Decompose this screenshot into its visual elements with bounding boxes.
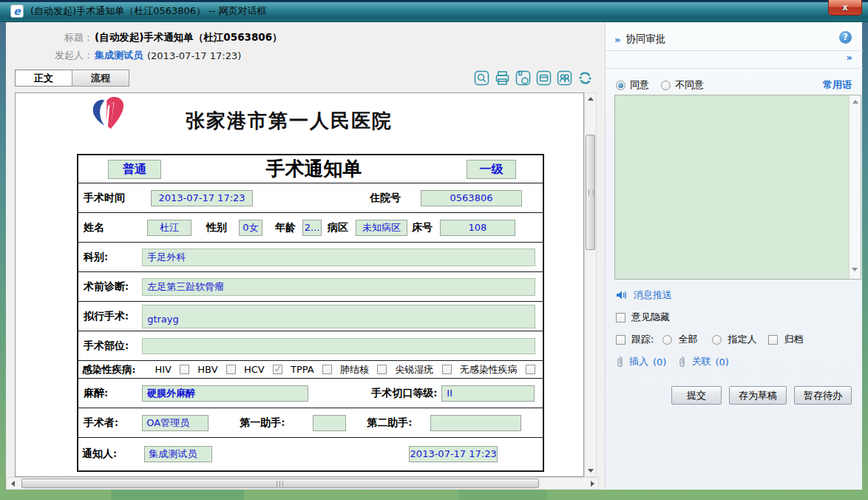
- track-assignee-label: 指定人: [728, 333, 756, 346]
- anesthesia-value[interactable]: 硬膜外麻醉: [142, 385, 308, 402]
- track-all-radio[interactable]: [662, 335, 672, 345]
- divider: [606, 68, 863, 69]
- sender-link[interactable]: 集成测试员: [95, 49, 143, 62]
- tab-body[interactable]: 正文: [15, 70, 72, 87]
- users-icon[interactable]: [557, 70, 572, 86]
- scroll-right-arrow[interactable]: [586, 478, 598, 489]
- hbv-checkbox[interactable]: [226, 365, 236, 374]
- print-icon[interactable]: [495, 70, 510, 86]
- form-row-anesthesia: 麻醉: 硬膜外麻醉 手术切口等级: II: [78, 379, 543, 408]
- bed-label: 床号: [412, 221, 433, 234]
- assistant1-value[interactable]: [313, 415, 346, 431]
- expand-chevron-icon[interactable]: »: [847, 52, 852, 63]
- help-icon[interactable]: ?: [839, 31, 852, 44]
- doc-title-value: (自动发起)手术通知单（杜江0563806）: [95, 31, 282, 44]
- name-label: 姓名: [84, 221, 104, 234]
- document-icon[interactable]: [536, 70, 552, 86]
- document-viewport[interactable]: 张家港市第一人民医院 普通 手术通知单 一级 手术时间 2013-07-17 1…: [15, 92, 584, 477]
- message-push-link[interactable]: 消息推送: [634, 288, 672, 302]
- admission-no-value[interactable]: 0563806: [421, 190, 522, 206]
- refresh-icon[interactable]: [577, 70, 593, 86]
- insert-link[interactable]: 插入: [629, 355, 648, 368]
- notifier-value[interactable]: 集成测试员: [144, 446, 212, 462]
- diagnosis-value[interactable]: 左足第三趾软骨瘤: [142, 278, 535, 296]
- tab-bar: 正文 流程: [15, 68, 596, 87]
- infection-item-label: HCV: [244, 364, 265, 375]
- tab-workflow[interactable]: 流程: [72, 70, 129, 87]
- tppa-checkbox[interactable]: [322, 365, 332, 374]
- chevron-right-icon: »: [614, 34, 620, 45]
- form-row-diagnosis: 术前诊断: 左足第三趾软骨瘤: [78, 272, 543, 302]
- site-value[interactable]: [142, 338, 535, 354]
- window-title: (自动发起)手术通知单（杜江0563806） -- 网页对话框: [30, 4, 267, 18]
- comment-textarea[interactable]: [615, 95, 849, 279]
- surgeon-value[interactable]: OA管理员: [142, 415, 208, 431]
- hold-pending-button[interactable]: 暂存待办: [794, 386, 852, 405]
- surgery-time-label: 手术时间: [84, 192, 125, 205]
- scroll-down-arrow[interactable]: [852, 268, 858, 271]
- track-all-label: 全部: [678, 333, 697, 346]
- horizontal-scroll-thumb[interactable]: [21, 479, 539, 488]
- hide-opinion-label: 意见隐藏: [631, 311, 670, 324]
- incision-value[interactable]: II: [441, 385, 535, 402]
- form-row-surgeon: 手术者: OA管理员 第一助手: 第二助手:: [78, 408, 543, 438]
- hide-opinion-checkbox[interactable]: [616, 313, 625, 322]
- vertical-scroll-thumb[interactable]: [586, 135, 595, 250]
- procedure-value[interactable]: gtrayg: [142, 305, 535, 328]
- disagree-label: 不同意: [675, 78, 704, 92]
- level-badge: 一级: [467, 160, 516, 179]
- tuberculosis-checkbox[interactable]: [377, 365, 387, 374]
- hide-opinion-row: 意见隐藏: [616, 311, 670, 324]
- submit-button[interactable]: 提交: [671, 386, 722, 405]
- message-push-row: 消息推送: [616, 288, 672, 302]
- track-checkbox[interactable]: [616, 335, 625, 345]
- save-icon[interactable]: [515, 70, 531, 86]
- track-assignee-radio[interactable]: [712, 335, 722, 345]
- name-value[interactable]: 杜江: [147, 220, 191, 236]
- hospital-header: 张家港市第一人民医院: [16, 108, 563, 134]
- relate-link[interactable]: 关联: [691, 355, 711, 368]
- infection-label: 感染性疾病:: [82, 363, 135, 376]
- disagree-radio[interactable]: [661, 81, 671, 90]
- approval-header: » 协同审批: [614, 33, 665, 46]
- surgery-time-value[interactable]: 2013-07-17 17:23: [151, 190, 253, 206]
- form-title-row: 普通 手术通知单 一级: [78, 155, 543, 183]
- scroll-up-arrow[interactable]: [585, 93, 596, 105]
- form-row-infection: 感染性疾病: HIV HBV HCV TPPA 肺结核: [78, 361, 543, 379]
- doc-title-label: 标题：: [6, 31, 93, 44]
- procedure-label: 拟行手术:: [84, 310, 129, 323]
- notify-time-value[interactable]: 2013-07-17 17:23: [409, 446, 498, 462]
- window-titlebar[interactable]: e (自动发起)手术通知单（杜江0563806） -- 网页对话框 x: [0, 0, 868, 22]
- comment-scrollbar[interactable]: [849, 95, 861, 279]
- track-label: 跟踪:: [631, 333, 654, 346]
- archive-checkbox[interactable]: [768, 335, 778, 345]
- desktop-background: [111, 490, 244, 500]
- scroll-down-arrow[interactable]: [585, 464, 596, 476]
- gender-value[interactable]: 0女: [239, 220, 262, 236]
- ward-value[interactable]: 未知病区: [356, 220, 407, 236]
- assistant2-value[interactable]: [430, 415, 521, 431]
- form-row-department: 科别: 手足外科: [78, 243, 543, 272]
- common-phrases-link[interactable]: 常用语: [823, 78, 852, 92]
- condyloma-checkbox[interactable]: [442, 365, 452, 374]
- document-vertical-scrollbar[interactable]: [584, 92, 597, 477]
- agree-radio[interactable]: [616, 81, 625, 90]
- scroll-left-arrow[interactable]: [7, 478, 18, 489]
- doc-sender-label: 发起人：: [6, 49, 93, 62]
- close-button[interactable]: x: [828, 0, 862, 16]
- department-value[interactable]: 手足外科: [142, 249, 535, 266]
- save-draft-button[interactable]: 存为草稿: [729, 386, 787, 405]
- infection-item-label: TPPA: [291, 364, 314, 375]
- document-horizontal-scrollbar[interactable]: [6, 477, 599, 490]
- hcv-checkbox[interactable]: [273, 365, 282, 374]
- no-infection-checkbox[interactable]: [526, 365, 535, 374]
- scroll-up-arrow[interactable]: [852, 100, 858, 104]
- bed-value[interactable]: 108: [440, 220, 515, 236]
- preview-icon[interactable]: [474, 70, 489, 86]
- form-row-site: 手术部位:: [78, 331, 543, 361]
- hiv-checkbox[interactable]: [180, 365, 189, 374]
- comment-box: [614, 95, 861, 280]
- age-value[interactable]: 2...: [302, 220, 322, 236]
- admission-no-label: 住院号: [370, 192, 401, 205]
- divider: [606, 50, 863, 51]
